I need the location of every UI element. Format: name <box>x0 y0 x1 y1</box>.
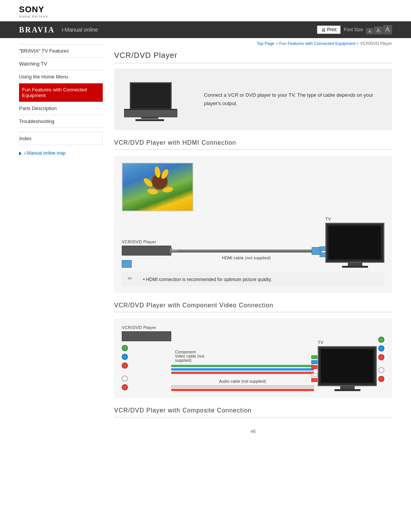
print-button[interactable]: 🖨 Print <box>317 26 341 34</box>
hdmi-note-bullets: • HDMI connection is recommended for opt… <box>137 275 272 282</box>
vcr-box-comp <box>122 331 171 341</box>
sidebar-item-index[interactable]: Index <box>19 132 103 145</box>
hdmi-section-title: VCR/DVD Player with HDMI Connection <box>114 139 392 150</box>
wire-white-line <box>171 385 314 388</box>
component-connection-diagram: VCR/DVD Player <box>122 325 384 391</box>
breadcrumb-sep2: > <box>357 41 360 46</box>
comp-plug-green-tv <box>378 337 384 343</box>
tv-screen-comp <box>321 349 373 383</box>
tv-comp-port-red2 <box>311 378 317 382</box>
sidebar-item-watching[interactable]: Watching TV <box>19 58 103 70</box>
vcr-label-hdmi: VCR/DVD Player <box>122 240 156 244</box>
dvd-player-body <box>124 110 177 117</box>
vcr-port-hdmi <box>170 248 172 253</box>
wire-white <box>171 385 314 388</box>
breadcrumb-top-page[interactable]: Top Page <box>257 41 274 46</box>
wire-blue <box>171 368 314 371</box>
wire-red-line <box>171 372 314 374</box>
hdmi-wire-middle <box>177 249 312 252</box>
tv-screen-intro <box>130 82 172 110</box>
tv-stand-hdmi <box>325 263 384 268</box>
page-number: 46 <box>114 425 392 438</box>
tv-device-comp: TV <box>318 340 377 391</box>
vcr-box-hdmi <box>122 246 171 256</box>
comp-plug-red2-tv <box>378 376 384 382</box>
component-cable-label: ComponentVideo cable (notsupplied) <box>175 350 314 363</box>
font-size-medium-button[interactable]: A <box>374 27 382 34</box>
tv-stand-foot-hdmi <box>342 266 368 268</box>
font-size-large-button[interactable]: A <box>383 25 392 34</box>
font-size-label: Font Size <box>344 27 363 32</box>
comp-plug-red-tv <box>378 354 384 360</box>
navbar: BRAVIA i-Manual online 🖨 Print Font Size… <box>0 21 411 38</box>
tv-label-hdmi: TV <box>325 217 331 221</box>
tv-stand-neck-comp <box>340 386 355 389</box>
vcr-device-hdmi: VCR/DVD Player <box>122 240 171 268</box>
composite-section-title: VCR/DVD Player with Composite Connection <box>114 407 392 417</box>
wire-spacer <box>171 375 314 378</box>
tv-stand-comp <box>318 386 377 391</box>
vcr-hdmi-plug-area <box>122 260 132 268</box>
page-header: SONY make.believe <box>0 0 411 21</box>
comp-plug-red-vcr <box>122 363 128 369</box>
comp-plug-row-red2-vcr <box>122 384 128 390</box>
tv-comp-port-green <box>311 355 317 359</box>
tv-label-comp: TV <box>318 340 323 345</box>
wire-blue-line <box>171 368 314 371</box>
plug-spacer-tv <box>378 362 384 365</box>
tv-stand-neck-hdmi <box>348 263 362 266</box>
main-layout: "BRAVIA" TV Features Watching TV Using t… <box>0 38 411 449</box>
tv-comp-port-red <box>311 365 317 369</box>
hdmi-connection-diagram: VCR/DVD Player HDMI <box>122 217 384 268</box>
tv-ports-comp <box>311 355 317 382</box>
comp-plug-white-tv <box>378 367 384 373</box>
sidebar-item-parts[interactable]: Parts Description <box>19 102 103 115</box>
component-cables-middle: ComponentVideo cable (notsupplied) <box>171 350 314 391</box>
wire-green <box>171 365 314 367</box>
comp-plug-row-blue-vcr <box>122 354 128 360</box>
vcr-component-plugs <box>122 344 128 391</box>
hdmi-cable-row <box>171 247 322 255</box>
comp-plug-white-vcr <box>122 375 128 382</box>
arrow-right-icon <box>19 152 22 155</box>
component-diagram-area: VCR/DVD Player <box>114 318 392 398</box>
tv-comp-port-blue <box>311 360 317 364</box>
breadcrumb: Top Page > Fun Features with Connected E… <box>114 41 392 46</box>
sony-tagline: make.believe <box>19 14 392 18</box>
navbar-right: 🖨 Print Font Size A A A <box>317 25 392 34</box>
comp-plug-row-green-tv <box>378 337 384 343</box>
comp-plug-row-red-tv <box>378 354 384 360</box>
printer-icon: 🖨 <box>321 27 326 32</box>
sidebar: "BRAVIA" TV Features Watching TV Using t… <box>0 38 103 449</box>
map-link-label: i-Manual online map <box>24 150 65 156</box>
sidebar-item-troubleshooting[interactable]: Troubleshooting <box>19 115 103 128</box>
hdmi-note-text: • HDMI connection is recommended for opt… <box>143 277 272 282</box>
imanual-map-link[interactable]: i-Manual online map <box>19 149 103 157</box>
comp-plug-blue-tv <box>378 345 384 351</box>
breadcrumb-fun-features[interactable]: Fun Features with Connected Equipment <box>279 41 355 46</box>
sidebar-item-bravia-features[interactable]: "BRAVIA" TV Features <box>19 44 103 58</box>
hdmi-wire-left <box>171 249 177 252</box>
comp-spacer <box>122 371 128 374</box>
font-size-controls: A A A <box>366 25 392 34</box>
hdmi-note-area: ✏ • HDMI connection is recommended for o… <box>122 272 384 286</box>
vcr-label-comp: VCR/DVD Player <box>122 325 156 330</box>
hdmi-diagram-area: VCR/DVD Player HDMI <box>114 156 392 293</box>
hdmi-note-span: HDMI connection is recommended for optim… <box>146 277 272 282</box>
comp-plug-row-red2-tv <box>378 376 384 382</box>
breadcrumb-sep1: > <box>276 41 279 46</box>
wire-green-line <box>171 365 314 367</box>
imanual-subtitle: i-Manual online <box>62 27 98 33</box>
intro-description: Connect a VCR or DVD player to your TV. … <box>204 91 386 108</box>
comp-plug-red2-vcr <box>122 384 128 390</box>
intro-box: Connect a VCR or DVD player to your TV. … <box>114 69 392 130</box>
note-pencil-icon: ✏ <box>128 275 132 281</box>
sidebar-item-fun-features[interactable]: Fun Features with Connected Equipment <box>19 83 103 102</box>
font-size-small-button[interactable]: A <box>366 28 373 34</box>
sidebar-item-home-menu[interactable]: Using the Home Menu <box>19 70 103 83</box>
navbar-left: BRAVIA i-Manual online <box>19 26 98 34</box>
comp-plug-row-white-vcr <box>122 375 128 382</box>
port-spacer <box>311 370 317 372</box>
comp-plug-row-green-vcr <box>122 345 128 351</box>
wire-red <box>171 372 314 374</box>
